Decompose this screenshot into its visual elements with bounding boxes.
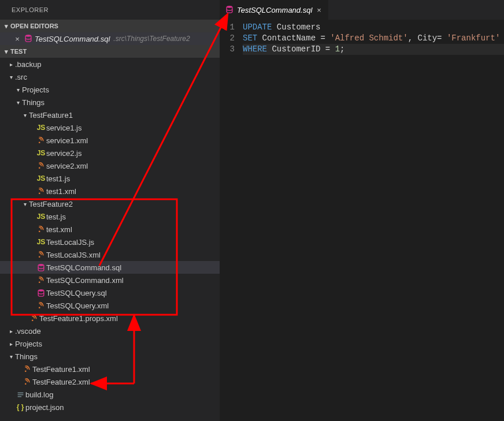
tree-file[interactable]: TestFeature1.xml bbox=[0, 363, 220, 375]
code-token: City bbox=[417, 33, 437, 43]
svg-point-11 bbox=[24, 370, 26, 372]
tree-item-label: build.log bbox=[25, 390, 53, 399]
svg-point-8 bbox=[38, 289, 44, 292]
chevron-right-icon: ▸ bbox=[7, 341, 15, 347]
chevron-down-icon: ▾ bbox=[14, 99, 22, 106]
xml-file-icon bbox=[36, 277, 46, 284]
tree-item-label: TestFeature1.props.xml bbox=[39, 314, 118, 323]
xml-file-icon bbox=[22, 366, 32, 373]
tree-file[interactable]: test.xml bbox=[0, 223, 220, 236]
tree-item-label: TestFeature1 bbox=[29, 111, 73, 120]
code-token: ; bbox=[340, 44, 344, 54]
chevron-right-icon: ▸ bbox=[7, 328, 15, 334]
code-token: ContactName bbox=[257, 33, 320, 43]
code-token: 'Frankfurt' bbox=[447, 33, 500, 43]
json-file-icon: { } bbox=[15, 403, 25, 411]
tree-item-label: .src bbox=[15, 73, 27, 81]
code-token: 1 bbox=[335, 44, 340, 54]
chevron-down-icon: ▾ bbox=[2, 48, 10, 55]
code-line[interactable]: WHERE CustomerID = 1; bbox=[243, 44, 504, 55]
tree-file[interactable]: JStest1.js bbox=[0, 172, 220, 185]
tree-item-label: test.xml bbox=[46, 225, 72, 234]
editor-tab[interactable]: TestSQLCommand.sql × bbox=[220, 0, 328, 20]
tree-folder[interactable]: ▾Things bbox=[0, 350, 220, 363]
tree-file[interactable]: service1.xml bbox=[0, 134, 220, 147]
xml-file-icon bbox=[36, 162, 46, 170]
js-file-icon: JS bbox=[36, 124, 46, 132]
tree-item-label: TestFeature2 bbox=[29, 200, 73, 208]
close-icon[interactable]: × bbox=[316, 6, 323, 14]
file-tree[interactable]: ▸.backup▾.src▾Projects▾Things▾TestFeatur… bbox=[0, 58, 220, 421]
tree-file[interactable]: test1.xml bbox=[0, 185, 220, 198]
chevron-down-icon: ▾ bbox=[21, 112, 29, 118]
tree-file[interactable]: JSservice2.js bbox=[0, 147, 220, 159]
tree-folder[interactable]: ▾Things bbox=[0, 96, 220, 109]
tree-file[interactable]: JSservice1.js bbox=[0, 121, 220, 134]
xml-file-icon bbox=[36, 251, 46, 259]
tree-folder[interactable]: ▸.backup bbox=[0, 58, 220, 70]
tree-file[interactable]: TestSQLQuery.xml bbox=[0, 299, 220, 312]
code-token: UPDATE bbox=[243, 23, 272, 32]
project-header[interactable]: ▾ TEST bbox=[0, 45, 220, 58]
close-icon[interactable]: × bbox=[13, 35, 22, 43]
code-editor[interactable]: 123 UPDATE CustomersSET ContactName = 'A… bbox=[220, 20, 504, 421]
tree-item-label: TestSQLCommand.xml bbox=[46, 276, 124, 285]
code-line[interactable]: SET ContactName = 'Alfred Schmidt', City… bbox=[243, 33, 504, 44]
line-number: 2 bbox=[220, 33, 235, 44]
tree-file[interactable]: TestLocalJS.xml bbox=[0, 248, 220, 261]
svg-rect-13 bbox=[17, 392, 23, 393]
tree-item-label: TestLocalJS.xml bbox=[46, 251, 101, 259]
open-editor-path: .src\Things\TestFeature2 bbox=[113, 35, 190, 43]
editor-area: TestSQLCommand.sql × 123 UPDATE Customer… bbox=[220, 0, 504, 421]
tree-item-label: service2.xml bbox=[46, 162, 88, 170]
tree-file[interactable]: TestFeature1.props.xml bbox=[0, 312, 220, 325]
svg-point-12 bbox=[24, 383, 26, 385]
tree-folder[interactable]: ▸.vscode bbox=[0, 325, 220, 337]
editor-tab-label: TestSQLCommand.sql bbox=[237, 6, 312, 14]
tree-item-label: Things bbox=[22, 98, 45, 107]
tree-file[interactable]: TestSQLQuery.sql bbox=[0, 286, 220, 299]
open-editors-header[interactable]: ▾ OPEN EDITORS bbox=[0, 20, 220, 32]
tree-item-label: service2.js bbox=[46, 149, 81, 158]
tree-file[interactable]: JSTestLocalJS.js bbox=[0, 236, 220, 248]
code-lines[interactable]: UPDATE CustomersSET ContactName = 'Alfre… bbox=[243, 22, 504, 421]
code-token: = bbox=[320, 33, 330, 43]
tree-file[interactable]: TestSQLCommand.xml bbox=[0, 274, 220, 286]
explorer-title: EXPLORER bbox=[0, 0, 220, 20]
code-token: SET bbox=[243, 33, 257, 43]
code-token: CustomerID bbox=[267, 44, 325, 54]
tree-folder[interactable]: ▾Projects bbox=[0, 83, 220, 96]
tree-folder[interactable]: ▾TestFeature2 bbox=[0, 198, 220, 210]
tree-file[interactable]: TestSQLCommand.sql bbox=[0, 261, 220, 274]
tree-file[interactable]: JStest.js bbox=[0, 210, 220, 223]
line-number-gutter: 123 bbox=[220, 22, 243, 421]
tree-file[interactable]: TestFeature2.xml bbox=[0, 375, 220, 388]
database-icon bbox=[24, 34, 32, 44]
tree-file[interactable]: { }project.json bbox=[0, 401, 220, 413]
tree-item-label: TestSQLQuery.xml bbox=[46, 301, 109, 310]
tree-item-label: Projects bbox=[15, 340, 42, 348]
xml-file-icon bbox=[36, 302, 46, 310]
xml-file-icon bbox=[36, 226, 46, 233]
code-token: WHERE bbox=[243, 44, 267, 54]
tree-folder[interactable]: ▸Projects bbox=[0, 337, 220, 350]
xml-file-icon bbox=[36, 188, 46, 195]
open-editor-item[interactable]: × TestSQLCommand.sql .src\Things\TestFea… bbox=[0, 32, 220, 45]
tree-file[interactable]: service2.xml bbox=[0, 159, 220, 172]
svg-point-7 bbox=[38, 281, 40, 283]
tree-file[interactable]: build.log bbox=[0, 388, 220, 401]
svg-point-4 bbox=[38, 230, 40, 232]
tree-item-label: .backup bbox=[15, 60, 42, 69]
tree-folder[interactable]: ▾.src bbox=[0, 70, 220, 83]
database-icon bbox=[36, 263, 46, 271]
chevron-down-icon: ▾ bbox=[2, 23, 10, 30]
chevron-right-icon: ▸ bbox=[7, 61, 15, 68]
js-file-icon: JS bbox=[36, 238, 46, 246]
tree-item-label: test.js bbox=[46, 213, 66, 221]
tree-folder[interactable]: ▾TestFeature1 bbox=[0, 109, 220, 121]
code-line[interactable]: UPDATE Customers bbox=[243, 22, 504, 33]
database-icon bbox=[225, 5, 234, 15]
js-file-icon: JS bbox=[36, 213, 46, 221]
tree-item-label: service1.js bbox=[46, 124, 81, 132]
svg-rect-15 bbox=[17, 396, 21, 397]
